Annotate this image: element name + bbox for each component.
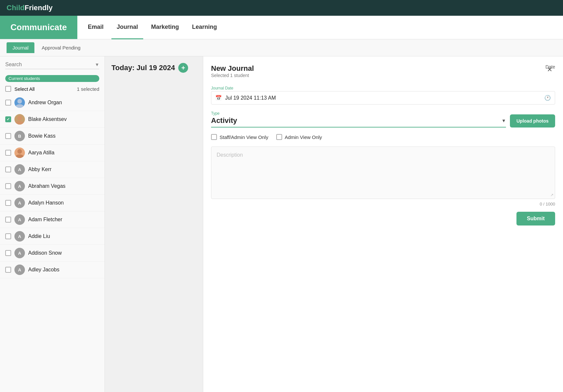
student-checkbox[interactable]: [5, 267, 11, 273]
staff-admin-label: Staff/Admin View Only: [220, 134, 268, 140]
list-item[interactable]: A Addison Snow: [0, 245, 105, 262]
submit-button[interactable]: Submit: [516, 212, 555, 225]
selected-count: 1 selected: [77, 86, 99, 92]
nav-tab-email[interactable]: Email: [83, 16, 109, 39]
list-item[interactable]: A Abraham Vegas: [0, 178, 105, 195]
filter-icon[interactable]: ▼: [95, 62, 99, 67]
list-item[interactable]: Aarya Atilla: [0, 145, 105, 161]
type-field: Type Activity ▼: [211, 111, 506, 127]
student-name: Adam Fletcher: [28, 217, 62, 223]
logo-friendly: Friendly: [25, 4, 53, 12]
student-name: Abraham Vegas: [28, 183, 66, 189]
svg-point-4: [17, 149, 22, 154]
date-field-label: Journal Date: [211, 86, 555, 90]
avatar: A: [14, 198, 25, 208]
search-area: ▼: [0, 56, 105, 72]
today-label: Today: Jul 19 2024: [111, 64, 175, 72]
student-name: Addie Liu: [28, 233, 50, 239]
list-item[interactable]: Blake Aksentsev: [0, 111, 105, 128]
type-field-label: Type: [211, 111, 506, 116]
avatar: [14, 147, 25, 158]
nav-tab-marketing[interactable]: Marketing: [146, 16, 184, 39]
sub-tabs-bar: Journal Approval Pending: [0, 39, 563, 56]
avatar: A: [14, 231, 25, 242]
list-item[interactable]: A Addie Liu: [0, 228, 105, 245]
add-journal-button[interactable]: +: [178, 63, 188, 73]
student-checkbox[interactable]: [5, 200, 11, 206]
list-item[interactable]: Andrew Organ: [0, 94, 105, 111]
description-placeholder: Description: [217, 152, 243, 158]
nav-tab-journal[interactable]: Journal: [111, 16, 143, 39]
checkbox-row: Staff/Admin View Only Admin View Only: [211, 134, 555, 140]
student-name: Abby Kerr: [28, 167, 51, 172]
admin-only-checkbox[interactable]: [276, 134, 282, 140]
staff-admin-checkbox-item: Staff/Admin View Only: [211, 134, 268, 140]
student-list: Andrew Organ Blake Aksentsev B Bowie Kas…: [0, 94, 105, 392]
sub-tab-journal[interactable]: Journal: [7, 42, 34, 53]
list-item[interactable]: A Adley Jacobs: [0, 262, 105, 278]
avatar: A: [14, 181, 25, 191]
type-section: Type Activity ▼ Upload photos: [211, 111, 555, 127]
student-checkbox[interactable]: [5, 183, 11, 189]
journal-title: New Journal: [211, 64, 254, 73]
student-checkbox[interactable]: [5, 167, 11, 172]
selected-students-text: Selected 1 student: [211, 73, 254, 78]
char-count: 0 / 1000: [211, 202, 555, 206]
student-name: Adley Jacobs: [28, 267, 59, 273]
admin-only-checkbox-item: Admin View Only: [276, 134, 322, 140]
svg-point-3: [16, 121, 24, 125]
resize-handle[interactable]: ↗: [550, 193, 553, 197]
select-all-row: Select All 1 selected: [0, 83, 105, 94]
sub-tab-approval-pending[interactable]: Approval Pending: [36, 42, 86, 53]
select-all-checkbox[interactable]: [5, 86, 11, 92]
list-item[interactable]: A Abby Kerr: [0, 161, 105, 178]
chevron-down-icon: ▼: [501, 118, 506, 123]
student-name: Bowie Kass: [28, 133, 56, 139]
student-name: Aarya Atilla: [28, 150, 54, 156]
nav-tabs: Email Journal Marketing Learning: [77, 16, 227, 39]
avatar: [14, 97, 25, 108]
nav-communicate[interactable]: Communicate: [0, 16, 77, 39]
today-header: Today: Jul 19 2024 +: [111, 63, 196, 73]
student-checkbox[interactable]: [5, 250, 11, 256]
avatar: A: [14, 265, 25, 275]
nav-tab-learning[interactable]: Learning: [187, 16, 222, 39]
search-row: ▼: [5, 62, 99, 69]
student-checkbox[interactable]: [5, 233, 11, 239]
date-row[interactable]: 📅 Jul 19 2024 11:13 AM 🕐: [211, 91, 555, 105]
student-panel: ▼ Current students Select All 1 selected…: [0, 56, 105, 392]
svg-point-0: [17, 99, 22, 104]
select-all-label: Select All: [14, 86, 35, 92]
svg-point-5: [16, 154, 24, 158]
search-input[interactable]: [5, 62, 95, 68]
list-item[interactable]: A Adalyn Hanson: [0, 195, 105, 211]
nav-bar: Communicate Email Journal Marketing Lear…: [0, 16, 563, 39]
student-checkbox[interactable]: [5, 133, 11, 139]
student-name: Addison Snow: [28, 250, 62, 256]
journal-header: New Journal Selected 1 student ✕: [211, 64, 555, 85]
student-checkbox[interactable]: [5, 150, 11, 156]
type-value: Activity: [211, 116, 501, 125]
list-item[interactable]: B Bowie Kass: [0, 128, 105, 145]
avatar: A: [14, 248, 25, 258]
list-item[interactable]: A Adam Fletcher: [0, 211, 105, 228]
avatar: B: [14, 131, 25, 141]
admin-only-label: Admin View Only: [285, 134, 322, 140]
logo: ChildFriendly: [7, 4, 53, 12]
main-content: ▼ Current students Select All 1 selected…: [0, 56, 563, 392]
staff-admin-checkbox[interactable]: [211, 134, 217, 140]
avatar: [14, 114, 25, 125]
clock-icon: 🕐: [544, 95, 551, 101]
svg-point-1: [16, 104, 24, 108]
middle-panel: Today: Jul 19 2024 +: [105, 56, 203, 392]
student-checkbox[interactable]: [5, 217, 11, 223]
current-students-badge: Current students: [5, 75, 99, 82]
upload-photos-button[interactable]: Upload photos: [510, 114, 555, 127]
avatar: A: [14, 164, 25, 175]
description-area[interactable]: Description ↗: [211, 147, 555, 199]
type-select[interactable]: Activity ▼: [211, 116, 506, 127]
student-name: Blake Aksentsev: [28, 116, 67, 122]
student-checkbox[interactable]: [5, 100, 11, 106]
student-checkbox[interactable]: [5, 116, 11, 122]
date-value: Jul 19 2024 11:13 AM: [225, 95, 541, 101]
